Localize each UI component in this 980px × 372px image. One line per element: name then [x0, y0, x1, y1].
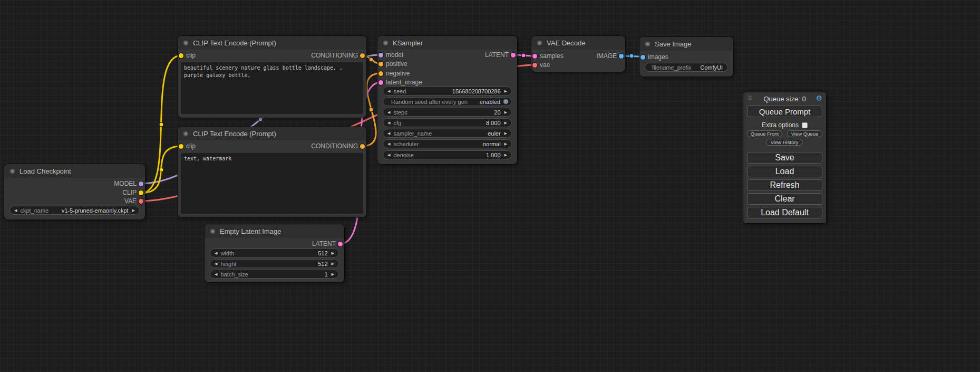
decrement-arrow-icon[interactable]: ◀ [386, 129, 392, 137]
refresh-button[interactable]: Refresh [747, 179, 822, 191]
input-label-positive: positive [386, 60, 407, 68]
decrement-arrow-icon[interactable]: ◀ [386, 119, 392, 127]
clear-button[interactable]: Clear [747, 193, 822, 205]
prompt-textarea[interactable]: text, watermark [181, 153, 363, 214]
increment-arrow-icon[interactable]: ▶ [503, 119, 509, 127]
output-label-image: IMAGE [596, 52, 617, 60]
toggle-indicator-icon[interactable] [503, 99, 508, 104]
increment-arrow-icon[interactable]: ▶ [503, 129, 509, 137]
input-label-negative: negative [386, 69, 410, 78]
collapse-dot[interactable] [537, 41, 542, 45]
input-port-images[interactable] [641, 55, 645, 60]
input-port-positive[interactable] [379, 62, 383, 66]
input-port-latent-image[interactable] [379, 80, 383, 85]
link-midpoint-dot [521, 53, 526, 58]
link-midpoint-dot [159, 122, 163, 127]
widget-random-seed-toggle[interactable]: Random seed after every gen enabled [383, 97, 512, 106]
input-label-clip: clip [186, 142, 196, 150]
widget-denoise[interactable]: ◀ denoise 1.000 ▶ [383, 150, 512, 159]
widget-name: denoise [392, 152, 486, 158]
output-label-model: MODEL [114, 179, 137, 188]
node-titlebar[interactable]: KSampler [377, 36, 517, 50]
input-port-clip[interactable] [179, 144, 183, 149]
node-titlebar[interactable]: CLIP Text Encode (Prompt) [178, 36, 366, 50]
collapse-dot[interactable] [383, 41, 388, 45]
collapse-dot[interactable] [183, 41, 188, 45]
decrement-arrow-icon[interactable]: ◀ [386, 151, 392, 159]
widget-steps[interactable]: ◀ steps 20 ▶ [383, 108, 512, 117]
increment-arrow-icon[interactable]: ▶ [330, 260, 336, 268]
node-titlebar[interactable]: Load Checkpoint [4, 164, 145, 178]
widget-batch-size[interactable]: ◀ batch_size 1 ▶ [210, 270, 339, 279]
input-label-latent-image: latent_image [386, 78, 422, 87]
decrement-arrow-icon[interactable]: ◀ [386, 140, 392, 148]
output-label-clip: CLIP [122, 188, 137, 197]
increment-arrow-icon[interactable]: ▶ [503, 87, 509, 95]
decrement-arrow-icon[interactable]: ◀ [213, 249, 219, 257]
increment-arrow-icon[interactable]: ▶ [503, 108, 509, 116]
widget-name: sampler_name [392, 130, 488, 137]
decrement-arrow-icon[interactable]: ◀ [13, 206, 18, 214]
output-port-conditioning[interactable] [360, 53, 365, 58]
comfyui-canvas[interactable]: { "nodes": { "load_checkpoint": { "title… [0, 0, 980, 372]
load-button[interactable]: Load [747, 166, 822, 177]
decrement-arrow-icon[interactable]: ◀ [213, 270, 219, 278]
settings-gear-icon[interactable]: ⚙ [816, 94, 822, 102]
input-port-samples[interactable] [532, 54, 537, 59]
widget-ckpt-name[interactable]: ◀ ckpt_name v1-5-pruned-emaonly.ckpt ▶ [9, 206, 140, 215]
increment-arrow-icon[interactable]: ▶ [503, 140, 509, 148]
node-titlebar[interactable]: VAE Decode [531, 36, 625, 50]
output-port-conditioning[interactable] [360, 144, 365, 149]
input-port-vae[interactable] [532, 63, 537, 68]
queue-prompt-button[interactable]: Queue Prompt [747, 106, 822, 117]
widget-sampler-name[interactable]: ◀ sampler_name euler ▶ [383, 129, 512, 138]
node-titlebar[interactable]: CLIP Text Encode (Prompt) [178, 127, 366, 140]
node-clip-text-encode-positive: CLIP Text Encode (Prompt) clip CONDITION… [178, 36, 366, 118]
prompt-textarea[interactable]: beautiful scenery nature glass bottle la… [181, 62, 363, 114]
output-port-latent[interactable] [338, 242, 343, 246]
queue-front-button[interactable]: Queue Front [747, 130, 782, 137]
input-label-vae: vae [540, 61, 550, 69]
widget-height[interactable]: ◀ height 512 ▶ [210, 259, 339, 268]
decrement-arrow-icon[interactable]: ◀ [386, 108, 392, 116]
collapse-dot[interactable] [183, 131, 188, 136]
load-default-button[interactable]: Load Default [747, 207, 822, 218]
increment-arrow-icon[interactable]: ▶ [330, 249, 336, 257]
widget-name: filename_prefix [648, 64, 700, 71]
widget-scheduler[interactable]: ◀ scheduler normal ▶ [383, 139, 512, 148]
increment-arrow-icon[interactable]: ▶ [503, 151, 509, 159]
output-port-latent[interactable] [511, 53, 516, 58]
output-label-latent: LATENT [312, 240, 336, 248]
widget-filename-prefix[interactable]: filename_prefix ComfyUI [645, 63, 728, 72]
collapse-dot[interactable] [210, 229, 215, 234]
decrement-arrow-icon[interactable]: ◀ [213, 260, 219, 268]
input-port-clip[interactable] [179, 53, 183, 58]
output-port-clip[interactable] [139, 190, 143, 195]
input-port-negative[interactable] [379, 71, 383, 76]
save-button[interactable]: Save [747, 152, 822, 164]
node-titlebar[interactable]: Save Image [639, 37, 733, 51]
extra-options-checkbox[interactable] [802, 122, 808, 128]
output-label-conditioning: CONDITIONING [311, 142, 358, 150]
widget-name: steps [392, 109, 494, 116]
node-title: KSampler [393, 39, 423, 47]
widget-name: ckpt_name [18, 207, 61, 214]
decrement-arrow-icon[interactable]: ◀ [386, 87, 392, 95]
collapse-dot[interactable] [645, 42, 650, 46]
view-queue-button[interactable]: View Queue [787, 130, 822, 137]
view-history-button[interactable]: View History [766, 139, 803, 146]
widget-seed[interactable]: ◀ seed 156680208700286 ▶ [383, 87, 512, 96]
widget-value: v1-5-pruned-emaonly.ckpt [62, 207, 131, 214]
collapse-dot[interactable] [10, 169, 15, 174]
output-port-model[interactable] [139, 182, 143, 186]
output-port-image[interactable] [619, 54, 624, 59]
node-titlebar[interactable]: Empty Latent Image [205, 224, 344, 238]
output-port-vae[interactable] [139, 199, 143, 204]
widget-value: normal [483, 141, 503, 147]
widget-value: 1.000 [486, 152, 503, 158]
increment-arrow-icon[interactable]: ▶ [330, 270, 336, 278]
widget-cfg[interactable]: ◀ cfg 8.000 ▶ [383, 118, 512, 127]
input-port-model[interactable] [379, 53, 383, 58]
increment-arrow-icon[interactable]: ▶ [131, 206, 137, 214]
widget-width[interactable]: ◀ width 512 ▶ [210, 249, 339, 257]
